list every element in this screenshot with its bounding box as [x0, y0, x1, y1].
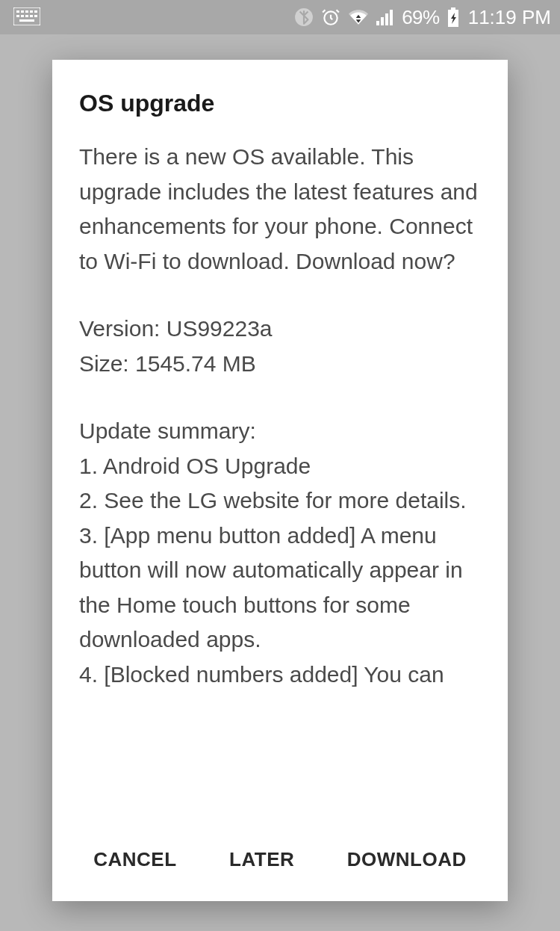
os-upgrade-dialog: OS upgrade There is a new OS available. …	[52, 60, 508, 901]
svg-rect-7	[21, 15, 24, 17]
svg-rect-8	[25, 15, 28, 17]
wifi-icon	[348, 7, 369, 27]
version-size-block: Version: US99223a Size: 1545.74 MB	[79, 312, 481, 381]
svg-rect-4	[30, 10, 33, 13]
svg-rect-11	[19, 19, 34, 22]
cancel-button[interactable]: CANCEL	[83, 841, 187, 879]
size-line: Size: 1545.74 MB	[79, 347, 481, 382]
svg-rect-9	[30, 15, 33, 17]
later-button[interactable]: LATER	[219, 841, 305, 879]
summary-item: 3. [App menu button added] A menu button…	[79, 519, 481, 658]
update-summary: Update summary: 1. Android OS Upgrade 2.…	[79, 414, 481, 692]
keyboard-icon	[13, 7, 40, 25]
dialog-body: There is a new OS available. This upgrad…	[52, 140, 508, 820]
dialog-actions: CANCEL LATER DOWNLOAD	[52, 820, 508, 886]
svg-rect-5	[34, 10, 37, 13]
svg-rect-17	[381, 17, 384, 25]
svg-rect-1	[16, 10, 19, 13]
alarm-icon	[321, 7, 340, 27]
dialog-title: OS upgrade	[52, 90, 508, 140]
summary-item: 2. See the LG website for more details.	[79, 483, 481, 519]
battery-icon	[447, 7, 459, 27]
svg-rect-18	[385, 13, 388, 25]
summary-header: Update summary:	[79, 414, 481, 449]
battery-percent: 69%	[402, 6, 440, 29]
svg-rect-6	[16, 15, 19, 17]
svg-rect-19	[390, 10, 393, 25]
download-button[interactable]: DOWNLOAD	[337, 841, 477, 879]
svg-rect-16	[376, 21, 379, 25]
summary-item: 1. Android OS Upgrade	[79, 449, 481, 484]
dialog-intro-text: There is a new OS available. This upgrad…	[79, 140, 481, 279]
svg-rect-2	[21, 10, 24, 13]
summary-item: 4. [Blocked numbers added] You can	[79, 658, 481, 693]
svg-rect-10	[34, 15, 37, 17]
status-time: 11:19 PM	[468, 6, 551, 29]
svg-rect-3	[25, 10, 28, 13]
bluetooth-icon	[294, 7, 314, 27]
signal-icon	[376, 9, 394, 25]
version-line: Version: US99223a	[79, 312, 481, 347]
status-bar: 69% 11:19 PM	[0, 0, 560, 34]
svg-rect-20	[451, 7, 455, 10]
